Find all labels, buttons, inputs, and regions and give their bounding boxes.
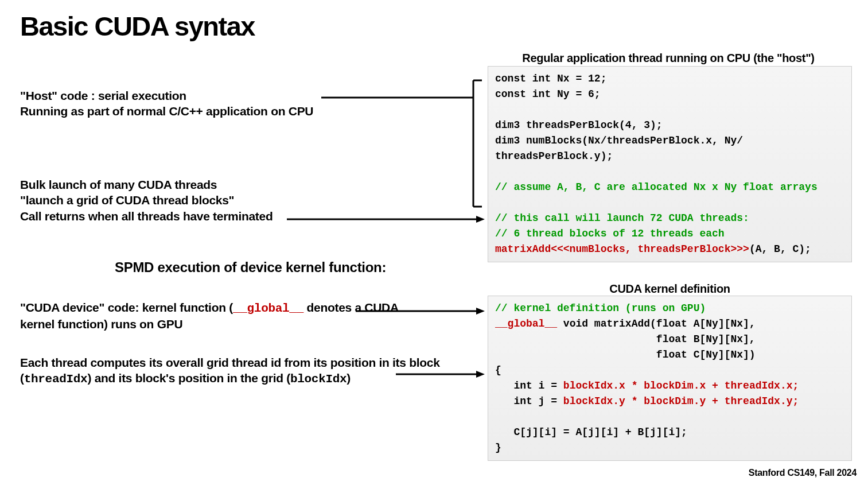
c1-l4: dim3 threadsPerBlock(4, 3); [495, 119, 663, 131]
bracket-arrow [287, 75, 488, 224]
c1-l12a: matrixAdd<<<numBlocks, threadsPerBlock>>… [495, 243, 749, 255]
device-code-desc: "CUDA device" code: kernel function (__g… [20, 300, 399, 332]
svg-marker-5 [476, 216, 485, 223]
c2-l6b: blockIdx.x * blockDim.x + threadIdx.x; [563, 380, 799, 391]
bulk-line3: Call returns when all threads have termi… [20, 209, 273, 223]
c2-l2a: __global__ [495, 318, 557, 329]
bulk-launch-desc: Bulk launch of many CUDA threads "launch… [20, 177, 273, 224]
c2-l5: { [495, 364, 501, 376]
c2-l4: float C[Ny][Nx]) [495, 349, 756, 360]
thread-compute-desc: Each thread computes its overall grid th… [20, 355, 440, 387]
spmd-heading: SPMD execution of device kernel function… [115, 258, 386, 276]
bulk-line1: Bulk launch of many CUDA threads [20, 178, 217, 191]
bulk-line2: "launch a grid of CUDA thread blocks" [20, 193, 234, 207]
kernel-code-box: // kernel definition (runs on GPU) __glo… [488, 296, 852, 461]
c2-l9: C[j][i] = A[j][i] + B[j][i]; [495, 426, 687, 438]
c2-l3: float B[Ny][Nx], [495, 333, 756, 345]
device-line1a: "CUDA device" code: kernel function ( [20, 301, 233, 314]
c1-l1: const int Nx = 12; [495, 73, 606, 84]
c1-l12b: (A, B, C); [749, 243, 811, 255]
thread-line1: Each thread computes its overall grid th… [20, 356, 440, 369]
c1-l5: dim3 numBlocks(Nx/threadsPerBlock.x, Ny/ [495, 135, 743, 146]
bulk-arrow [287, 212, 488, 230]
host-line1: "Host" code : serial execution [20, 89, 186, 102]
device-arrow [356, 304, 488, 321]
footer: Stanford CS149, Fall 2024 [749, 468, 857, 478]
thread-line2a: ( [20, 371, 24, 385]
kernel-def-heading: CUDA kernel definition [488, 282, 852, 296]
thread-arrow [396, 367, 488, 385]
global-keyword: __global__ [233, 302, 303, 315]
thread-line2b: ) and its block's position in the grid ( [87, 371, 290, 385]
c1-l8: // assume A, B, C are allocated Nx x Ny … [495, 181, 818, 193]
c1-l6: threadsPerBlock.y); [495, 150, 613, 162]
svg-marker-9 [476, 371, 485, 378]
device-line2: kernel function) runs on GPU [20, 317, 182, 331]
c2-l7b: blockIdx.y * blockDim.y + threadIdx.y; [563, 395, 799, 407]
c2-l1: // kernel definition (runs on GPU) [495, 302, 706, 314]
blockidx-keyword: blockIdx [290, 373, 347, 386]
svg-marker-7 [476, 308, 485, 315]
slide-title: Basic CUDA syntax [20, 10, 255, 42]
threadidx-keyword: threadIdx [24, 373, 88, 386]
c1-l11: // 6 thread blocks of 12 threads each [495, 228, 725, 239]
c2-l10: } [495, 442, 501, 453]
host-code-desc: "Host" code : serial execution Running a… [20, 88, 313, 119]
host-line2: Running as part of normal C/C++ applicat… [20, 104, 313, 118]
c2-l2b: void matrixAdd(float A[Ny][Nx], [557, 318, 756, 329]
c2-l6a: int i = [495, 380, 563, 391]
host-code-box: const int Nx = 12; const int Ny = 6; dim… [488, 66, 852, 262]
c1-l2: const int Ny = 6; [495, 88, 601, 100]
cpu-thread-heading: Regular application thread running on CP… [488, 52, 849, 65]
thread-line2c: ) [347, 371, 351, 385]
c2-l7a: int j = [495, 395, 563, 407]
c1-l10: // this call will launch 72 CUDA threads… [495, 212, 749, 224]
